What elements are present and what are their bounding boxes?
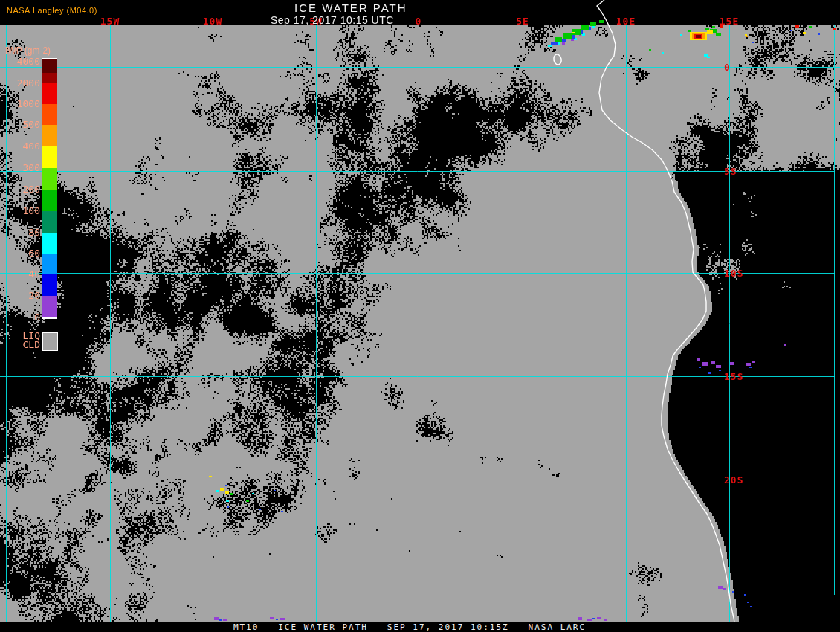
legend-color-segment-4	[42, 125, 57, 146]
longitude-label-10E: 10E	[616, 16, 636, 27]
status-bar: MT10 ICE WATER PATH SEP 17, 2017 10:15Z …	[0, 622, 840, 632]
legend-color-segment-12	[42, 296, 57, 317]
legend-tick-1000: 1000	[9, 100, 40, 109]
legend-tick-20: 20	[9, 291, 40, 300]
liquid-cloud-label: LIQCLD	[9, 332, 40, 349]
legend-color-segment-0	[42, 59, 57, 73]
timestamp-label: Sep 17, 2017 10:15 UTC	[271, 14, 394, 26]
page-title: ICE WATER PATH	[294, 1, 407, 14]
legend-tick-4000: 4000	[9, 57, 40, 66]
longitude-label-0: 0	[416, 16, 422, 27]
legend-color-segment-6	[42, 168, 57, 190]
legend-tick-80: 80	[9, 228, 40, 237]
legend-color-segment-8	[42, 211, 57, 233]
longitude-label-15E: 15E	[720, 16, 739, 27]
legend-color-segment-3	[42, 104, 57, 125]
longitude-label-15W: 15W	[100, 16, 120, 27]
longitude-label-10W: 10W	[203, 16, 222, 27]
legend-tick-400: 400	[9, 142, 40, 151]
latitude-label-15S: 15S	[724, 371, 743, 382]
satellite-cloud-map	[0, 0, 840, 632]
legend-color-segment-7	[42, 190, 57, 211]
longitude-label-5E: 5E	[516, 16, 529, 27]
legend-tick-60: 60	[9, 249, 40, 258]
legend-tick-2000: 2000	[9, 79, 40, 88]
legend-tick-40: 40	[9, 270, 40, 279]
status-bar-text: MT10 ICE WATER PATH SEP 17, 2017 10:15Z …	[0, 622, 819, 632]
legend-color-segment-10	[42, 254, 57, 274]
legend-color-segment-11	[42, 274, 57, 296]
legend-title: IWP (gm-2)	[5, 45, 51, 56]
latitude-label-5S: 5S	[724, 166, 737, 177]
latitude-label-10S: 10S	[724, 268, 743, 279]
liquid-cloud-swatch	[42, 332, 58, 351]
legend-tick-0: 0	[9, 313, 40, 322]
legend-color-segment-2	[42, 83, 57, 104]
legend-tick-200: 200	[9, 185, 40, 194]
legend-color-segment-1	[42, 73, 57, 83]
latitude-label-0: 0	[724, 62, 731, 73]
legend-color-segment-5	[42, 146, 57, 168]
legend-colorbar	[42, 58, 57, 319]
legend-tick-100: 100	[9, 207, 40, 216]
credit-label: NASA Langley (M04.0)	[7, 6, 97, 15]
satellite-product-window: NASA Langley (M04.0) ICE WATER PATH Sep …	[0, 0, 840, 632]
legend-color-segment-9	[42, 233, 57, 254]
latitude-label-20S: 20S	[724, 474, 743, 486]
legend-tick-500: 500	[9, 120, 40, 129]
legend-tick-300: 300	[9, 164, 40, 172]
liquid-cloud-label-line: CLD	[9, 341, 40, 349]
